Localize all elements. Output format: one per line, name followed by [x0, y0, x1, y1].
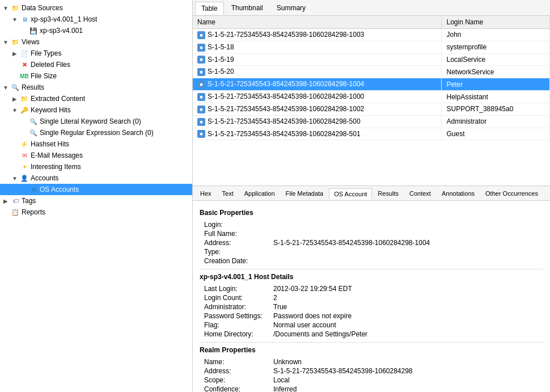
tree-item-single-literal[interactable]: 🔍 Single Literal Keyword Search (0)	[0, 116, 192, 127]
detail-row: Address:S-1-5-21-725345543-854245398-106…	[200, 238, 543, 247]
detail-value: /Documents and Settings/Peter	[273, 330, 543, 338]
detail-row: Password Settings:Password does not expi…	[200, 311, 543, 321]
mb-icon: MB	[20, 71, 29, 81]
detail-row: Flag:Normal user account	[200, 321, 543, 330]
row-icon: ■	[197, 44, 205, 52]
tree-toggle[interactable]: ▼	[2, 39, 9, 45]
top-tab-table[interactable]: Table	[195, 2, 224, 15]
cell-login: Peter	[442, 78, 550, 91]
tree-item-interesting-items[interactable]: ✦ Interesting Items	[0, 161, 192, 172]
tree-toggle[interactable]: ▶	[11, 50, 18, 57]
tree-toggle[interactable]: ▼	[2, 85, 9, 91]
cell-login: John	[442, 29, 550, 41]
detail-row: Type:	[200, 247, 543, 256]
search-icon: 🔍	[29, 117, 38, 126]
table-row[interactable]: ■S-1-5-21-725345543-854245398-1060284298…	[193, 103, 550, 115]
table-row[interactable]: ■S-1-5-21-725345543-854245398-1060284298…	[193, 115, 550, 128]
deleted-icon: ✖	[20, 60, 29, 69]
tree-toggle[interactable]: ▶	[2, 198, 9, 204]
table-row[interactable]: ■S-1-5-21-725345543-854245398-1060284298…	[193, 29, 550, 41]
tree-item-accounts[interactable]: ▼ 👤 Accounts	[0, 172, 192, 184]
table-row[interactable]: ■S-1-5-21-725345543-854245398-1060284298…	[193, 91, 550, 103]
tree-item-keyword-hits[interactable]: ▼ 🔑 Keyword Hits	[0, 104, 192, 116]
folder-icon: 📁	[11, 3, 20, 12]
tree-toggle[interactable]: ▼	[11, 107, 18, 113]
detail-value: Unknown	[273, 358, 543, 366]
detail-value: S-1-5-21-725345543-854245398-1060284298	[273, 367, 543, 375]
left-panel: ▼ 📁 Data Sources ▼ 🖥 xp-sp3-v4.001_1 Hos…	[0, 0, 193, 392]
detail-label: Type:	[200, 248, 273, 256]
hash-icon: ⚡	[20, 140, 29, 149]
right-panel: TableThumbnailSummary NameLogin Name ■S-…	[193, 0, 550, 392]
tree-item-label: Reports	[22, 208, 45, 216]
tree-item-hashset-hits[interactable]: ⚡ Hashset Hits	[0, 138, 192, 150]
cell-login: NetworkService	[442, 66, 550, 78]
tree-item-os-accounts[interactable]: 🖥 OS Accounts	[0, 184, 192, 195]
email-icon: ✉	[20, 151, 29, 160]
bottom-tab-file-metadata[interactable]: File Metadata	[281, 188, 329, 199]
tree-item-tags[interactable]: ▶ 🏷 Tags	[0, 195, 192, 206]
tree-toggle[interactable]: ▶	[11, 96, 18, 102]
bottom-tab-hex[interactable]: Hex	[195, 188, 217, 199]
row-icon: ■	[197, 81, 205, 88]
tree-toggle[interactable]: ▼	[11, 16, 18, 23]
table-row[interactable]: ■S-1-5-18systemprofile	[193, 41, 550, 53]
cell-name: ■S-1-5-21-725345543-854245398-1060284298…	[193, 91, 442, 103]
tree-item-file-types[interactable]: ▶ 📄 File Types	[0, 48, 192, 59]
detail-content: Basic PropertiesLogin:Full Name:Address:…	[193, 201, 550, 392]
detail-label: Address:	[200, 367, 273, 375]
tree-item-deleted-files[interactable]: ✖ Deleted Files	[0, 59, 192, 70]
tree-item-file-size[interactable]: MB File Size	[0, 70, 192, 82]
detail-value: S-1-5-21-725345543-854245398-1060284298-…	[273, 239, 543, 247]
detail-value: Inferred	[273, 385, 543, 392]
detail-row: Administrator:True	[200, 302, 543, 311]
detail-value: True	[273, 303, 543, 311]
bottom-tab-annotations[interactable]: Annotations	[437, 188, 480, 199]
tree-item-disk[interactable]: 💾 xp-sp3-v4.001	[0, 25, 192, 36]
cell-name: ■S-1-5-21-725345543-854245398-1060284298…	[193, 29, 442, 41]
detail-label: Login Count:	[200, 294, 273, 302]
tree-item-data-sources[interactable]: ▼ 📁 Data Sources	[0, 2, 192, 14]
row-icon: ■	[197, 68, 205, 76]
row-icon: ■	[197, 118, 205, 126]
bottom-tab-results[interactable]: Results	[373, 188, 404, 199]
top-tab-thumbnail[interactable]: Thumbnail	[225, 1, 269, 14]
col-header-login: Login Name	[442, 16, 550, 29]
bottom-tab-context[interactable]: Context	[404, 188, 436, 199]
monitor-icon: 🖥	[20, 15, 29, 24]
report-icon: 📋	[11, 208, 20, 217]
search-icon: 🔍	[29, 128, 38, 137]
table-row[interactable]: ■S-1-5-19LocalService	[193, 53, 550, 66]
tree-toggle[interactable]: ▼	[11, 175, 18, 182]
bottom-section: HexTextApplicationFile MetadataOS Accoun…	[193, 186, 550, 392]
db-icon: 💾	[29, 26, 38, 35]
tree-item-host[interactable]: ▼ 🖥 xp-sp3-v4.001_1 Host	[0, 14, 192, 25]
detail-row: Last Login:2012-03-22 19:29:54 EDT	[200, 284, 543, 293]
detail-value	[273, 257, 543, 265]
tree-item-single-regex[interactable]: 🔍 Single Regular Expression Search (0)	[0, 127, 192, 138]
tree-item-reports[interactable]: 📋 Reports	[0, 206, 192, 218]
bottom-tab-os-account[interactable]: OS Account	[329, 188, 372, 199]
tree-toggle[interactable]: ▼	[2, 5, 9, 11]
detail-section-title: xp-sp3-v4.001_1 Host Details	[200, 273, 543, 281]
bottom-tab-bar: HexTextApplicationFile MetadataOS Accoun…	[193, 186, 550, 201]
tree-item-label: Results	[22, 83, 44, 91]
bottom-tab-text[interactable]: Text	[217, 188, 239, 199]
tree-item-views[interactable]: ▼ 📁 Views	[0, 36, 192, 48]
cell-name: ■S-1-5-20	[193, 66, 442, 78]
tree-item-email-messages[interactable]: ✉ E-Mail Messages	[0, 150, 192, 161]
bottom-tab-other-occurrences[interactable]: Other Occurrences	[480, 188, 543, 199]
bottom-tab-application[interactable]: Application	[239, 188, 280, 199]
detail-value: Normal user account	[273, 321, 543, 329]
detail-label: Scope:	[200, 376, 273, 384]
table-row[interactable]: ■S-1-5-21-725345543-854245398-1060284298…	[193, 78, 550, 91]
cell-name: ■S-1-5-18	[193, 41, 442, 53]
tree-item-extracted-content[interactable]: ▶ 📁 Extracted Content	[0, 93, 192, 104]
table-row[interactable]: ■S-1-5-20NetworkService	[193, 66, 550, 78]
folder-icon: 📁	[11, 37, 20, 47]
detail-row: Creation Date:	[200, 256, 543, 265]
table-row[interactable]: ■S-1-5-21-725345543-854245398-1060284298…	[193, 128, 550, 140]
top-tab-summary[interactable]: Summary	[270, 1, 312, 14]
tree-item-results[interactable]: ▼ 🔍 Results	[0, 82, 192, 93]
detail-label: Flag:	[200, 321, 273, 329]
